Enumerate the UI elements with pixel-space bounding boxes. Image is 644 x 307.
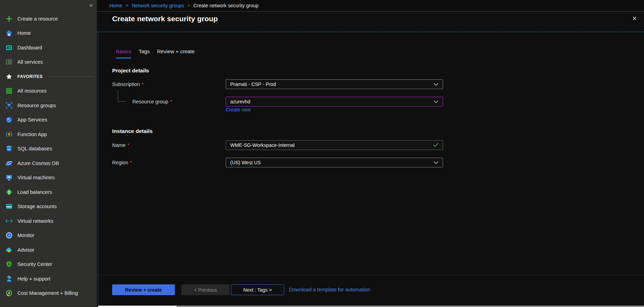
horizontal-scrollbar-thumb[interactable] [98,306,177,307]
region-label: Region* [112,158,132,167]
storage-icon [5,202,13,211]
sidebar-collapse-button[interactable]: « [87,1,95,9]
project-details-heading: Project details [112,68,149,74]
required-marker: * [127,142,130,148]
required-marker: * [170,99,172,104]
sidebar-item-cost-management-billing[interactable]: $ Cost Management + Billing [0,286,97,301]
list-icon [5,58,13,66]
sidebar-item-label: Storage accounts [17,204,57,209]
tab-tags[interactable]: Tags [139,48,150,58]
resource-group-value: azurevhd [230,99,250,104]
sidebar-item-label: Virtual machines [17,175,55,180]
sidebar-item-label: Azure Cosmos DB [17,160,59,166]
sidebar-item-create-a-resource[interactable]: Create a resource [0,11,97,26]
svg-text:SQL: SQL [7,148,11,150]
sidebar-item-security-center[interactable]: Security Center [0,257,97,272]
sidebar-item-label: Load balancers [17,189,52,195]
sidebar-item-function-app[interactable]: Function App [0,127,97,142]
breadcrumb-home-link[interactable]: Home [109,3,122,8]
resource-groups-icon [5,101,13,110]
chevron-down-icon [434,99,439,104]
breadcrumb-network-security-groups-link[interactable]: Network security groups [132,3,184,8]
sidebar-item-dashboard[interactable]: Dashboard [0,40,97,55]
name-input[interactable]: WME-SG-Workspace-Internal [226,140,443,150]
favorites-divider [47,76,94,77]
name-value: WME-SG-Workspace-Internal [230,142,295,148]
virtual-network-icon [5,217,13,225]
instance-details-heading: Instance details [112,128,153,134]
resource-group-label: Resource group* [132,97,172,107]
sidebar-item-label: Dashboard [17,45,42,50]
sidebar-item-storage-accounts[interactable]: Storage accounts [0,199,97,214]
sidebar-item-label: Create a resource [17,16,58,22]
sidebar-item-advisor[interactable]: Advisor [0,243,97,257]
subscription-value: Pramati - CSP - Prod [230,81,276,87]
sidebar-item-label: Resource groups [17,103,56,108]
sidebar-item-sql-databases[interactable]: SQL SQL databases [0,142,97,156]
sidebar-item-label: All resources [17,88,47,94]
home-icon [5,29,13,37]
create-new-link[interactable]: Create new [226,107,251,112]
valid-check-icon [433,142,439,148]
sidebar-item-resource-groups[interactable]: Resource groups [0,98,97,113]
required-marker: * [142,81,144,87]
tab-review-create[interactable]: Review + create [157,48,195,58]
next-tags-button[interactable]: Next : Tags > [231,284,284,295]
resource-group-connector-line [118,90,127,102]
sidebar-item-label: Home [17,30,31,36]
region-value: (US) West US [230,160,261,165]
download-template-link[interactable]: Download a template for automation [289,284,370,295]
breadcrumb-separator-icon: > [188,3,190,8]
main-area: Home > Network security groups > Create … [97,0,644,307]
sidebar-item-label: Cost Management + Billing [17,290,78,296]
sidebar-item-virtual-machines[interactable]: Virtual machines [0,171,97,185]
subscription-label: Subscription* [112,79,143,89]
resource-group-dropdown[interactable]: azurevhd [226,97,443,107]
sidebar-item-help-support[interactable]: Help + support [0,271,97,286]
region-dropdown[interactable]: (US) West US [226,158,443,167]
sidebar-item-load-balancers[interactable]: Load balancers [0,185,97,199]
dashboard-icon [5,44,13,52]
name-label: Name* [112,140,129,150]
previous-button[interactable]: < Previous [181,284,230,295]
virtual-machine-icon [5,173,13,182]
load-balancer-icon [5,188,13,196]
chevron-down-icon [434,81,439,87]
sidebar-item-label: Security Center [17,261,52,267]
sidebar-item-label: Help + support [17,276,51,282]
review-create-button[interactable]: Review + create [112,284,175,295]
focus-outline [98,32,98,307]
monitor-icon [5,231,13,239]
sidebar-item-label: Advisor [17,247,34,253]
cosmos-db-icon [5,159,13,167]
tab-bar: Basics Tags Review + create [116,48,195,58]
sidebar-item-app-services[interactable]: App Services [0,113,97,127]
subscription-dropdown[interactable]: Pramati - CSP - Prod [226,79,443,89]
sidebar-nav: Create a resource Home Dashboard All ser… [0,11,97,300]
sidebar-section-label: FAVORITES [17,74,43,79]
advisor-icon [5,246,13,254]
sidebar-item-home[interactable]: Home [0,26,97,41]
close-icon[interactable]: ✕ [630,14,639,23]
app-services-icon [5,116,13,124]
footer-divider [98,275,644,275]
azure-portal-window: « Create a resource Home Dashboard [0,0,644,307]
blade-title-bar: Create network security group ✕ [97,11,644,26]
page-title: Create network security group [112,15,218,23]
tab-basics[interactable]: Basics [116,48,131,58]
chevron-down-icon [434,160,439,165]
sidebar-item-virtual-networks[interactable]: Virtual networks [0,214,97,228]
sidebar-item-monitor[interactable]: Monitor [0,228,97,243]
horizontal-scrollbar[interactable] [98,306,644,307]
breadcrumb: Home > Network security groups > Create … [97,0,644,11]
sidebar-item-label: Monitor [17,233,34,238]
sidebar-item-label: Function App [17,132,47,137]
sidebar-item-all-services[interactable]: All services [0,55,97,70]
sidebar-item-all-resources[interactable]: All resources [0,84,97,99]
breadcrumb-current: Create network security group [194,3,259,8]
sidebar-item-label: All services [17,59,43,65]
sql-database-icon: SQL [5,144,13,153]
sidebar-item-azure-cosmos-db[interactable]: Azure Cosmos DB [0,156,97,171]
breadcrumb-separator-icon: > [126,3,128,8]
security-center-icon [5,260,13,268]
